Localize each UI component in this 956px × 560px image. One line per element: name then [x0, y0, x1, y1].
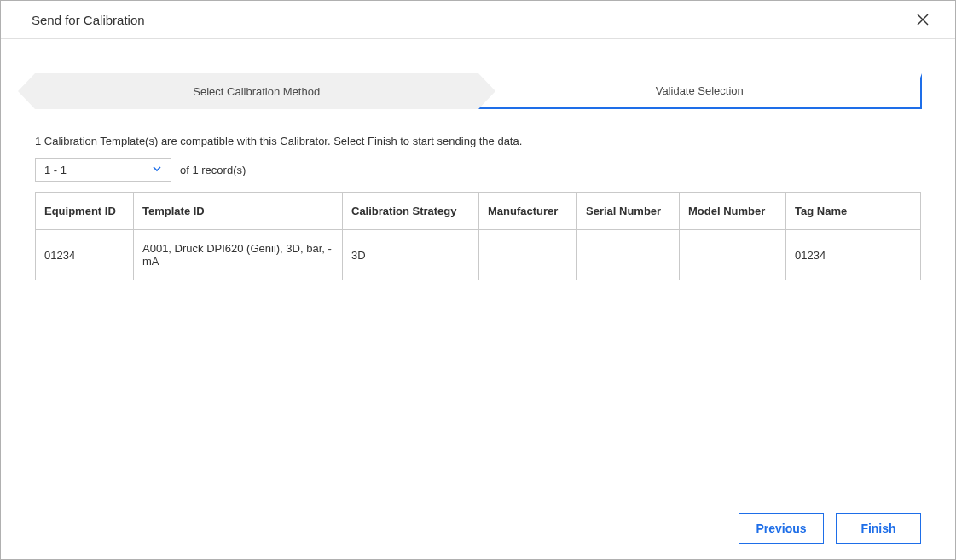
- col-calibration-strategy[interactable]: Calibration Strategy: [343, 193, 479, 230]
- close-button[interactable]: [914, 11, 931, 28]
- cell-serial-number: [577, 230, 680, 280]
- table-row[interactable]: 01234 A001, Druck DPI620 (Genii), 3D, ba…: [36, 230, 921, 280]
- previous-button[interactable]: Previous: [739, 513, 824, 544]
- modal-header: Send for Calibration: [1, 1, 955, 39]
- modal-content: Select Calibration Method Validate Selec…: [1, 39, 955, 559]
- button-label: Finish: [860, 522, 895, 535]
- wizard-step-label: Select Calibration Method: [193, 85, 320, 98]
- wizard-step-select-method[interactable]: Select Calibration Method: [35, 73, 478, 109]
- cell-model-number: [680, 230, 786, 280]
- send-for-calibration-modal: Send for Calibration Select Calibration …: [0, 0, 956, 560]
- page-range-value: 1 - 1: [44, 164, 67, 176]
- wizard-step-validate-selection[interactable]: Validate Selection: [478, 73, 922, 109]
- modal-title: Send for Calibration: [32, 13, 145, 27]
- finish-button[interactable]: Finish: [836, 513, 921, 544]
- modal-footer: Previous Finish: [739, 513, 921, 544]
- instruction-text: 1 Calibration Template(s) are compatible…: [35, 135, 921, 147]
- wizard-step-label: Validate Selection: [656, 84, 744, 97]
- col-equipment-id[interactable]: Equipment ID: [36, 193, 134, 230]
- cell-manufacturer: [479, 230, 577, 280]
- chevron-down-icon: [152, 164, 162, 176]
- button-label: Previous: [756, 522, 806, 535]
- col-template-id[interactable]: Template ID: [134, 193, 343, 230]
- records-count-text: of 1 record(s): [180, 164, 246, 176]
- cell-equipment-id: 01234: [36, 230, 134, 280]
- col-model-number[interactable]: Model Number: [680, 193, 786, 230]
- col-tag-name[interactable]: Tag Name: [786, 193, 921, 230]
- table-header-row: Equipment ID Template ID Calibration Str…: [36, 193, 921, 230]
- cell-tag-name: 01234: [786, 230, 921, 280]
- cell-template-id: A001, Druck DPI620 (Genii), 3D, bar, - m…: [134, 230, 343, 280]
- calibration-table: Equipment ID Template ID Calibration Str…: [35, 192, 921, 280]
- pager-row: 1 - 1 of 1 record(s): [35, 158, 921, 182]
- cell-calibration-strategy: 3D: [343, 230, 479, 280]
- page-range-select[interactable]: 1 - 1: [35, 158, 171, 182]
- col-serial-number[interactable]: Serial Number: [577, 193, 680, 230]
- col-manufacturer[interactable]: Manufacturer: [479, 193, 577, 230]
- close-icon: [916, 13, 930, 26]
- wizard-steps: Select Calibration Method Validate Selec…: [35, 73, 921, 109]
